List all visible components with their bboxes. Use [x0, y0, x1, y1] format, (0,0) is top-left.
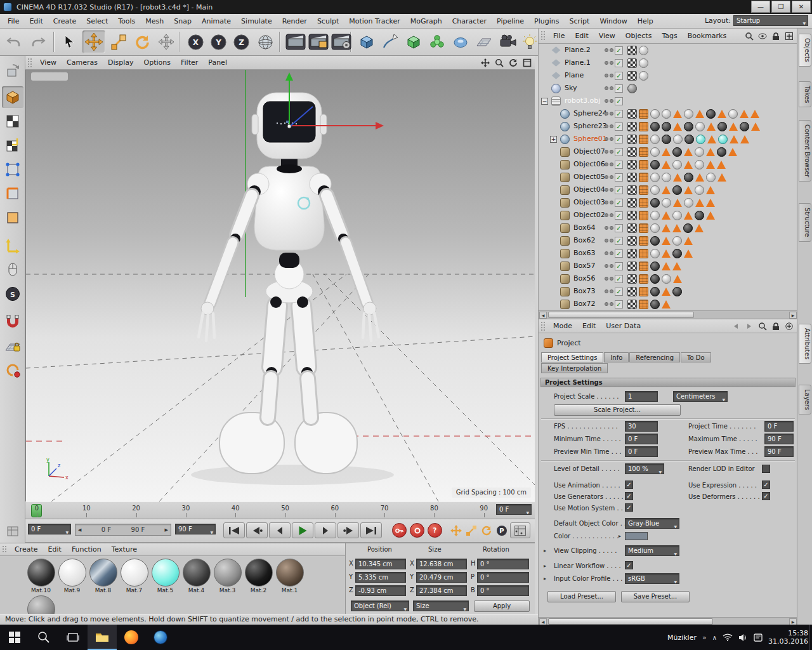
om-menu-file[interactable]: File — [548, 30, 570, 42]
object-row[interactable]: Sphere24✓ — [539, 107, 797, 120]
menu-create[interactable]: Create — [48, 15, 82, 27]
object-row[interactable]: +Sphere01✓ — [539, 133, 797, 145]
render-visibility-dot[interactable] — [610, 289, 613, 293]
range-right-arrow-icon[interactable]: ▶ — [165, 527, 168, 533]
use-animation-checkbox[interactable] — [625, 481, 633, 489]
om-menu-view[interactable]: View — [594, 30, 620, 42]
material-item[interactable]: Mat.8 — [88, 559, 119, 594]
phong-tag-icon[interactable] — [662, 161, 671, 169]
autokey-button[interactable] — [410, 523, 424, 538]
menu-plugins[interactable]: Plugins — [529, 15, 564, 27]
use-deformers-checkbox[interactable] — [762, 492, 770, 500]
object-name[interactable]: Box73 — [572, 287, 597, 295]
enable-check-icon[interactable]: ✓ — [615, 110, 623, 118]
editor-visibility-dot[interactable] — [605, 264, 608, 268]
panel-grip[interactable] — [540, 30, 546, 41]
search-button[interactable] — [29, 625, 58, 650]
object-name[interactable]: Sky — [563, 84, 579, 92]
size-z-field[interactable]: 27.384 cm — [416, 585, 467, 596]
enable-check-icon[interactable]: ✓ — [615, 97, 623, 105]
material-tag-icon[interactable] — [718, 135, 728, 144]
visibility-toggles[interactable]: ✓ — [605, 222, 623, 234]
texture-tag-icon[interactable] — [627, 185, 637, 195]
apply-button[interactable]: Apply — [474, 600, 530, 612]
texture-tag-icon[interactable] — [627, 287, 637, 296]
editor-visibility-dot[interactable] — [605, 137, 608, 141]
object-row[interactable]: Plane.2✓ — [539, 44, 797, 56]
material-tag-icon[interactable] — [650, 135, 660, 144]
enable-check-icon[interactable]: ✓ — [615, 186, 623, 194]
material-tag-icon[interactable] — [706, 173, 716, 182]
phong-tag-icon[interactable] — [750, 110, 759, 118]
object-name[interactable]: Object07 — [572, 147, 607, 156]
color-swatch[interactable] — [625, 532, 648, 540]
size-y-field[interactable]: 20.479 cm — [416, 572, 467, 583]
range-start-field[interactable]: 0 F — [28, 524, 71, 534]
uv-tag-icon[interactable] — [639, 300, 648, 309]
last-tool-button[interactable] — [155, 30, 178, 53]
uv-tag-icon[interactable] — [639, 274, 648, 284]
enable-check-icon[interactable]: ✓ — [615, 199, 623, 207]
render-visibility-dot[interactable] — [610, 188, 613, 192]
attr-menu-edit[interactable]: Edit — [577, 320, 601, 332]
position-x-field[interactable]: 10.345 cm — [355, 559, 406, 569]
editor-visibility-dot[interactable] — [605, 213, 608, 217]
menu-sculpt[interactable]: Sculpt — [312, 15, 344, 27]
phong-tag-icon[interactable] — [662, 148, 671, 156]
minimum-time-field[interactable]: 0 F — [625, 434, 658, 444]
tray-app-label[interactable]: Müzikler — [667, 633, 697, 642]
object-row[interactable]: Box56✓ — [539, 272, 797, 285]
enable-check-icon[interactable]: ✓ — [615, 135, 623, 143]
object-row[interactable]: Object06✓ — [539, 158, 797, 171]
visibility-toggles[interactable]: ✓ — [605, 209, 623, 222]
material-tag-icon[interactable] — [639, 71, 648, 81]
phong-tag-icon[interactable] — [740, 110, 749, 118]
visibility-toggles[interactable]: ✓ — [605, 120, 623, 133]
material-tag-icon[interactable] — [650, 109, 660, 119]
history-forward-icon[interactable] — [744, 321, 754, 331]
phong-tag-icon[interactable] — [707, 123, 716, 131]
editor-visibility-dot[interactable] — [605, 188, 608, 192]
material-sphere-preview[interactable] — [214, 559, 242, 587]
add-cube-button[interactable] — [355, 30, 378, 53]
object-name[interactable]: robot3.obj — [563, 96, 602, 105]
editor-visibility-dot[interactable] — [605, 302, 608, 306]
clock[interactable]: 15:38 31.03.2016 — [768, 629, 808, 646]
task-view-button[interactable] — [58, 625, 88, 650]
uv-tag-icon[interactable] — [639, 160, 648, 169]
phong-tag-icon[interactable] — [662, 224, 671, 232]
tab-structure[interactable]: Structure — [799, 203, 811, 242]
rotation-b-field[interactable]: 0 ° — [477, 585, 529, 596]
visibility-toggles[interactable]: ✓ — [605, 196, 623, 209]
material-tag-icon[interactable] — [662, 135, 671, 144]
menu-select[interactable]: Select — [81, 15, 113, 27]
render-settings-button[interactable] — [330, 30, 353, 53]
texture-tag-icon[interactable] — [627, 58, 637, 68]
object-row[interactable]: Object03✓ — [539, 196, 797, 209]
material-item-partial[interactable] — [25, 595, 56, 614]
material-tag-icon[interactable] — [672, 211, 682, 220]
uv-tag-icon[interactable] — [639, 185, 648, 195]
phong-tag-icon[interactable] — [729, 123, 738, 131]
visibility-toggles[interactable]: ✓ — [605, 44, 623, 56]
material-sphere-preview[interactable] — [27, 559, 55, 587]
material-sphere-preview[interactable] — [152, 559, 180, 587]
uv-tag-icon[interactable] — [639, 198, 648, 208]
object-name[interactable]: Object06 — [572, 160, 607, 168]
editor-visibility-dot[interactable] — [605, 86, 608, 90]
editor-visibility-dot[interactable] — [605, 251, 608, 255]
make-editable-button[interactable] — [2, 60, 23, 81]
phong-tag-icon[interactable] — [662, 186, 671, 194]
material-sphere-preview[interactable] — [89, 559, 117, 587]
visibility-toggles[interactable]: ✓ — [605, 158, 623, 171]
object-manager-hscrollbar[interactable]: ◀ ▶ — [539, 310, 797, 319]
phong-tag-icon[interactable] — [662, 211, 671, 220]
expander-icon[interactable]: + — [550, 136, 557, 143]
editor-visibility-dot[interactable] — [605, 150, 608, 154]
phong-tag-icon[interactable] — [695, 224, 704, 232]
timeline-ruler[interactable]: 0102030405060708090 0 F — [25, 501, 535, 519]
rotate-button[interactable] — [131, 30, 154, 53]
render-visibility-dot[interactable] — [610, 150, 613, 154]
texture-tag-icon[interactable] — [627, 71, 637, 81]
lock-z-button[interactable]: Z — [230, 30, 252, 53]
